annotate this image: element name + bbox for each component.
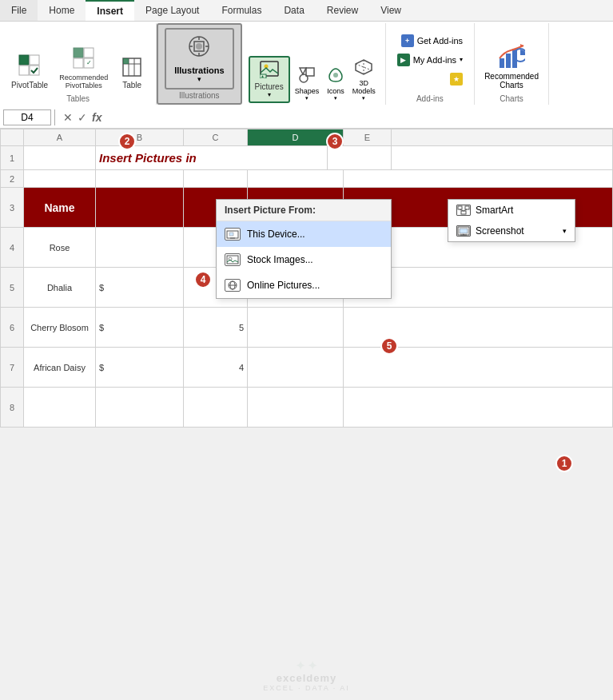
my-addins-icon: ▶ bbox=[397, 54, 410, 66]
col-header-C[interactable]: C bbox=[184, 129, 248, 146]
svg-rect-33 bbox=[506, 54, 511, 68]
row-num-3: 3 bbox=[0, 188, 24, 228]
cell-D7[interactable] bbox=[248, 348, 344, 388]
cell-B8[interactable] bbox=[96, 388, 184, 428]
cell-B6[interactable]: $ bbox=[96, 308, 184, 348]
cell-C6[interactable]: 5 bbox=[184, 308, 248, 348]
cell-C2[interactable] bbox=[184, 170, 248, 188]
formula-input[interactable] bbox=[106, 110, 610, 125]
online-pictures-option[interactable]: Online Pictures... bbox=[217, 272, 391, 298]
tables-group: PivotTable ✓ Recommended P bbox=[0, 23, 157, 105]
pictures-button[interactable]: ▲ Pictures ▾ bbox=[249, 56, 290, 103]
tab-data[interactable]: Data bbox=[273, 0, 315, 21]
rose-text: Rose bbox=[50, 243, 70, 253]
online-pictures-label: Online Pictures... bbox=[247, 280, 320, 291]
tab-review[interactable]: Review bbox=[316, 0, 369, 21]
table-button[interactable]: Table bbox=[114, 54, 149, 93]
row-num-8: 8 bbox=[0, 388, 24, 428]
col-header-D[interactable]: D bbox=[248, 129, 344, 146]
cell-A1[interactable] bbox=[24, 146, 96, 170]
cell-A3-name-header[interactable]: Name bbox=[24, 188, 96, 228]
tab-view[interactable]: View bbox=[369, 0, 412, 21]
pictures-arrow: ▾ bbox=[268, 91, 271, 98]
addin-extra-icon: ★ bbox=[450, 73, 463, 86]
my-addins-button[interactable]: ▶ My Add-ins ▾ bbox=[392, 52, 468, 68]
illustrations-label: Illustrations bbox=[174, 66, 224, 75]
cell-A4-rose[interactable]: Rose bbox=[24, 228, 96, 268]
tab-home[interactable]: Home bbox=[38, 0, 86, 21]
screenshot-button[interactable]: Screenshot ▾ bbox=[448, 221, 575, 241]
cherry-price-val: 5 bbox=[239, 323, 244, 332]
smartart-label: SmartArt bbox=[476, 205, 513, 216]
svg-point-28 bbox=[333, 73, 338, 78]
confirm-formula-icon[interactable]: ✓ bbox=[78, 111, 87, 124]
cell-A2[interactable] bbox=[24, 170, 96, 188]
app-window: File Home Insert Page Layout Formulas Da… bbox=[0, 0, 613, 700]
cell-E1[interactable] bbox=[392, 146, 613, 170]
col-header-B[interactable]: B bbox=[96, 129, 184, 146]
tab-formulas[interactable]: Formulas bbox=[210, 0, 273, 21]
cell-D6[interactable] bbox=[248, 308, 344, 348]
icons-button[interactable]: Icons ▾ bbox=[324, 66, 348, 103]
cell-A6-cherry[interactable]: Cherry Blosom bbox=[24, 308, 96, 348]
smartart-button[interactable]: SmartArt bbox=[448, 200, 575, 221]
svg-rect-13 bbox=[123, 58, 129, 64]
formula-bar-separator bbox=[54, 109, 55, 125]
illustrations-button[interactable]: Illustrations ▾ bbox=[165, 28, 233, 89]
this-device-option[interactable]: This Device... bbox=[217, 221, 391, 247]
cell-E7[interactable] bbox=[344, 348, 613, 388]
col-header-E[interactable]: E bbox=[344, 129, 392, 146]
models-3d-icon bbox=[355, 59, 372, 79]
col-header-A[interactable]: A bbox=[24, 129, 96, 146]
my-addins-arrow: ▾ bbox=[460, 56, 463, 63]
recommended-charts-label: Recommended Charts bbox=[484, 72, 539, 89]
recommended-pivot-icon: ✓ bbox=[73, 47, 95, 73]
table-label: Table bbox=[122, 81, 141, 89]
svg-rect-37 bbox=[465, 206, 469, 209]
cancel-formula-icon[interactable]: ✕ bbox=[63, 111, 73, 124]
cell-B3[interactable] bbox=[96, 188, 184, 228]
cell-C7[interactable]: 4 bbox=[184, 348, 248, 388]
pictures-icon: ▲ bbox=[260, 61, 279, 82]
row-1: 1 Insert Pictures in bbox=[0, 146, 613, 170]
tables-items: PivotTable ✓ Recommended P bbox=[6, 26, 149, 93]
get-addins-button[interactable]: + Get Add-ins bbox=[396, 33, 468, 49]
models-3d-button[interactable]: 3D Models ▾ bbox=[349, 58, 379, 103]
extra-addins-icon[interactable]: ★ bbox=[445, 71, 468, 87]
row-num-6: 6 bbox=[0, 308, 24, 348]
get-addins-icon: + bbox=[401, 34, 414, 47]
stock-images-option[interactable]: Stock Images... bbox=[217, 247, 391, 272]
title-text: Insert Pictures in bbox=[99, 151, 197, 165]
pivot-table-label: PivotTable bbox=[11, 81, 48, 89]
cell-A7-african[interactable]: African Daisy bbox=[24, 348, 96, 388]
insert-function-icon[interactable]: fx bbox=[92, 111, 102, 124]
cell-B5[interactable]: $ bbox=[96, 268, 184, 308]
shapes-button[interactable]: Shapes ▾ bbox=[292, 66, 323, 103]
recommended-charts-button[interactable]: Recommended Charts bbox=[481, 39, 542, 93]
svg-rect-26 bbox=[306, 68, 314, 76]
svg-rect-4 bbox=[74, 48, 83, 58]
cell-D8[interactable] bbox=[248, 388, 344, 428]
cell-reference-box[interactable] bbox=[3, 109, 51, 125]
online-pictures-icon bbox=[225, 279, 241, 292]
cell-A8[interactable] bbox=[24, 388, 96, 428]
cell-E8[interactable] bbox=[344, 388, 613, 428]
cell-B4[interactable] bbox=[96, 228, 184, 268]
cell-D1[interactable] bbox=[328, 146, 392, 170]
cell-D2[interactable] bbox=[248, 170, 344, 188]
pivot-table-button[interactable]: PivotTable bbox=[6, 51, 53, 93]
cell-B2[interactable] bbox=[96, 170, 184, 188]
cell-B1[interactable]: Insert Pictures in bbox=[96, 146, 328, 170]
tab-page-layout[interactable]: Page Layout bbox=[134, 0, 210, 21]
cell-A5-dhalia[interactable]: Dhalia bbox=[24, 268, 96, 308]
cell-C8[interactable] bbox=[184, 388, 248, 428]
recommended-pivot-button[interactable]: ✓ Recommended PivotTables bbox=[54, 44, 113, 93]
svg-rect-47 bbox=[229, 233, 233, 236]
cell-E2[interactable] bbox=[344, 170, 613, 188]
tab-insert[interactable]: Insert bbox=[86, 0, 134, 21]
this-device-icon bbox=[225, 228, 241, 241]
cell-E6[interactable] bbox=[344, 308, 613, 348]
row-2: 2 bbox=[0, 170, 613, 188]
tab-file[interactable]: File bbox=[0, 0, 38, 21]
cell-B7[interactable]: $ bbox=[96, 348, 184, 388]
